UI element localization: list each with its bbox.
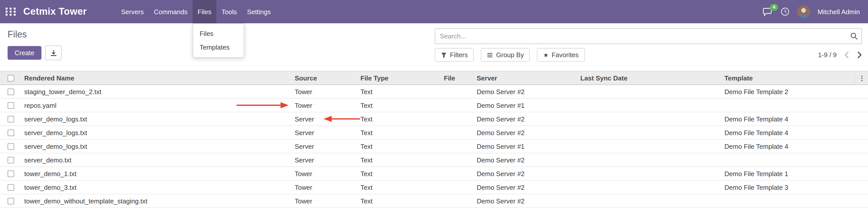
column-header-template[interactable]: Template: [720, 71, 854, 85]
row-checkbox[interactable]: [8, 170, 14, 177]
cell-file[interactable]: [440, 180, 473, 194]
cell-server[interactable]: Demo Server #2: [473, 180, 576, 194]
column-header-file-type[interactable]: File Type: [356, 71, 440, 85]
cell-file-type[interactable]: Text: [356, 194, 440, 208]
apps-menu-button[interactable]: [0, 0, 22, 23]
cell-rendered-name[interactable]: tower_demo_without_template_staging.txt: [20, 194, 291, 208]
cell-file[interactable]: [440, 126, 473, 140]
dropdown-item-templates[interactable]: Templates: [193, 40, 244, 54]
cell-file-type[interactable]: Text: [356, 112, 440, 126]
cell-template[interactable]: [720, 153, 854, 167]
cell-server[interactable]: Demo Server #1: [473, 98, 576, 112]
cell-server[interactable]: Demo Server #2: [473, 194, 576, 208]
cell-template[interactable]: Demo File Template 2: [720, 85, 854, 98]
cell-last-sync-date[interactable]: [576, 180, 720, 194]
cell-source[interactable]: Tower: [291, 98, 356, 112]
favorites-button[interactable]: ★ Favorites: [537, 48, 585, 62]
cell-last-sync-date[interactable]: [576, 112, 720, 126]
cell-last-sync-date[interactable]: [576, 140, 720, 153]
cell-template[interactable]: Demo File Template 1: [720, 167, 854, 180]
menu-tools[interactable]: Tools: [217, 0, 242, 23]
cell-file[interactable]: [440, 85, 473, 98]
menu-settings[interactable]: Settings: [242, 0, 276, 23]
cell-last-sync-date[interactable]: [576, 194, 720, 208]
menu-servers[interactable]: Servers: [116, 0, 149, 23]
cell-template[interactable]: [720, 194, 854, 208]
user-name[interactable]: Mitchell Admin: [817, 8, 860, 16]
column-header-rendered-name[interactable]: Rendered Name: [20, 71, 291, 85]
cell-file[interactable]: [440, 140, 473, 153]
search-icon[interactable]: [850, 32, 858, 42]
row-checkbox[interactable]: [8, 129, 14, 136]
cell-rendered-name[interactable]: server_demo_logs.txt: [20, 112, 291, 126]
cell-rendered-name[interactable]: server_demo.txt: [20, 153, 291, 167]
menu-commands[interactable]: Commands: [149, 0, 193, 23]
dropdown-item-files[interactable]: Files: [193, 27, 244, 40]
create-button[interactable]: Create: [8, 46, 41, 60]
cell-source[interactable]: Tower: [291, 85, 356, 98]
cell-source[interactable]: Tower: [291, 180, 356, 194]
cell-server[interactable]: Demo Server #2: [473, 126, 576, 140]
column-header-file[interactable]: File: [440, 71, 473, 85]
cell-rendered-name[interactable]: server_demo_logs.txt: [20, 126, 291, 140]
cell-server[interactable]: Demo Server #2: [473, 153, 576, 167]
cell-last-sync-date[interactable]: [576, 85, 720, 98]
menu-files[interactable]: Files Files Templates: [193, 0, 217, 23]
cell-file[interactable]: [440, 98, 473, 112]
pager-previous-button[interactable]: [844, 51, 849, 59]
cell-server[interactable]: Demo Server #2: [473, 112, 576, 126]
cell-source[interactable]: Server: [291, 153, 356, 167]
cell-rendered-name[interactable]: tower_demo_3.txt: [20, 180, 291, 194]
column-header-source[interactable]: Source: [291, 71, 356, 85]
row-checkbox[interactable]: [8, 184, 14, 190]
cell-rendered-name[interactable]: repos.yaml: [20, 98, 291, 112]
cell-template[interactable]: [720, 98, 854, 112]
cell-file-type[interactable]: Text: [356, 153, 440, 167]
optional-columns-icon[interactable]: ⋮: [854, 71, 868, 85]
messages-button[interactable]: 4: [763, 7, 773, 16]
row-checkbox[interactable]: [8, 88, 14, 95]
cell-rendered-name[interactable]: staging_tower_demo_2.txt: [20, 85, 291, 98]
cell-last-sync-date[interactable]: [576, 153, 720, 167]
cell-source[interactable]: Server: [291, 112, 356, 126]
cell-file-type[interactable]: Text: [356, 98, 440, 112]
row-checkbox[interactable]: [8, 198, 14, 204]
column-header-server[interactable]: Server: [473, 71, 576, 85]
row-checkbox[interactable]: [8, 143, 14, 150]
cell-server[interactable]: Demo Server #2: [473, 167, 576, 180]
user-avatar[interactable]: [797, 5, 810, 18]
search-input[interactable]: [435, 28, 862, 44]
cell-last-sync-date[interactable]: [576, 98, 720, 112]
cell-file[interactable]: [440, 153, 473, 167]
column-header-last-sync-date[interactable]: Last Sync Date: [576, 71, 720, 85]
row-checkbox[interactable]: [8, 116, 14, 122]
cell-file-type[interactable]: Text: [356, 180, 440, 194]
cell-last-sync-date[interactable]: [576, 126, 720, 140]
export-button[interactable]: [45, 46, 62, 60]
cell-file[interactable]: [440, 167, 473, 180]
cell-file[interactable]: [440, 194, 473, 208]
cell-file-type[interactable]: Text: [356, 140, 440, 153]
cell-template[interactable]: Demo File Template 4: [720, 140, 854, 153]
row-checkbox[interactable]: [8, 102, 14, 109]
cell-server[interactable]: Demo Server #2: [473, 85, 576, 98]
cell-source[interactable]: Server: [291, 126, 356, 140]
cell-server[interactable]: Demo Server #1: [473, 140, 576, 153]
group-by-button[interactable]: Group By: [481, 48, 530, 62]
filters-button[interactable]: Filters: [435, 48, 474, 62]
cell-file[interactable]: [440, 112, 473, 126]
pager-next-button[interactable]: [857, 51, 862, 59]
cell-source[interactable]: Server: [291, 140, 356, 153]
cell-last-sync-date[interactable]: [576, 167, 720, 180]
cell-source[interactable]: Tower: [291, 194, 356, 208]
cell-template[interactable]: Demo File Template 4: [720, 112, 854, 126]
row-checkbox[interactable]: [8, 157, 14, 163]
cell-file-type[interactable]: Text: [356, 85, 440, 98]
cell-template[interactable]: Demo File Template 3: [720, 180, 854, 194]
cell-rendered-name[interactable]: server_demo_logs.txt: [20, 140, 291, 153]
cell-file-type[interactable]: Text: [356, 126, 440, 140]
cell-template[interactable]: Demo File Template 4: [720, 126, 854, 140]
activities-button[interactable]: [780, 7, 789, 16]
cell-file-type[interactable]: Text: [356, 167, 440, 180]
cell-rendered-name[interactable]: tower_demo_1.txt: [20, 167, 291, 180]
